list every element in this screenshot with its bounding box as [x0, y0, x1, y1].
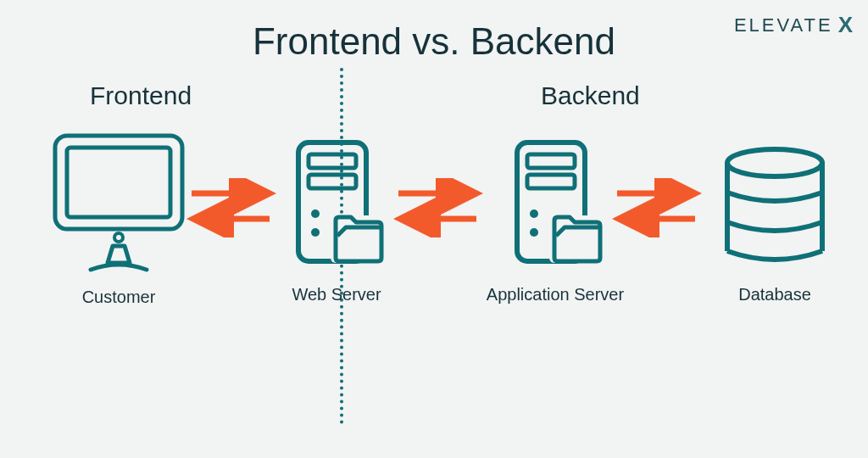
svg-point-13	[530, 228, 538, 237]
node-web-server: Web Server	[273, 137, 400, 304]
svg-point-12	[530, 209, 538, 218]
svg-rect-5	[309, 175, 356, 188]
svg-point-7	[311, 228, 320, 237]
svg-rect-4	[309, 154, 356, 168]
frontend-heading: Frontend	[90, 81, 192, 110]
svg-point-2	[114, 233, 123, 242]
app-server-label: Application Server	[483, 285, 627, 304]
svg-rect-11	[527, 175, 575, 188]
svg-point-15	[727, 149, 822, 176]
node-customer: Customer	[38, 127, 199, 307]
diagram-title: Frontend vs. Backend	[0, 20, 868, 63]
svg-rect-1	[67, 148, 170, 217]
web-server-label: Web Server	[273, 285, 400, 304]
svg-rect-10	[527, 154, 575, 168]
backend-heading: Backend	[541, 81, 640, 110]
database-label: Database	[707, 285, 843, 304]
customer-label: Customer	[38, 288, 199, 307]
arrows-webserver-appserver	[392, 178, 485, 237]
svg-point-6	[311, 209, 320, 218]
database-icon	[715, 146, 834, 273]
arrows-customer-webserver	[185, 178, 278, 237]
monitor-icon	[47, 127, 191, 276]
node-app-server: Application Server	[483, 137, 627, 304]
node-database: Database	[707, 146, 843, 304]
arrows-appserver-database	[610, 178, 704, 237]
server-icon	[281, 137, 392, 273]
server-icon	[500, 137, 610, 273]
